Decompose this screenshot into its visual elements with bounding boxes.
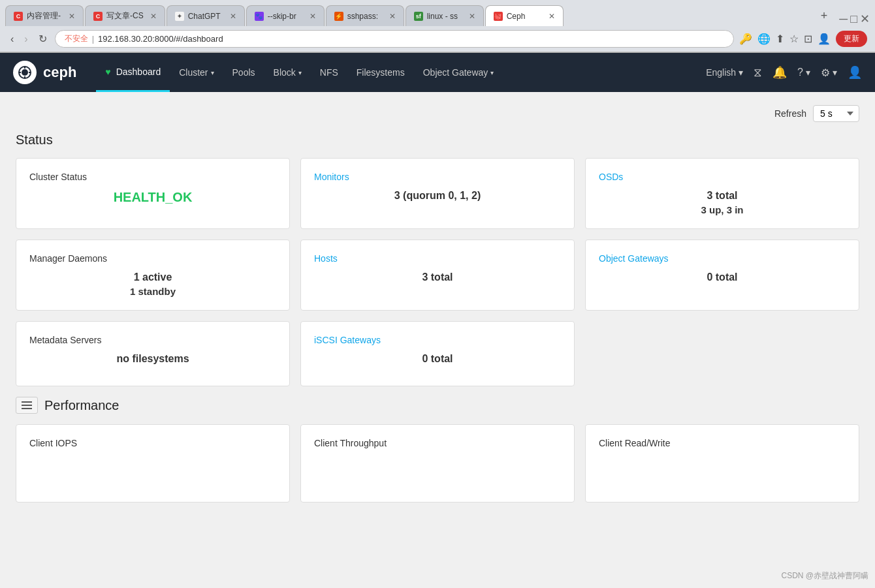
url-warning: 不安全 <box>65 33 88 44</box>
performance-section-title: Performance <box>44 398 119 413</box>
help-menu[interactable]: ? ▾ <box>797 67 810 78</box>
status-card-1: Monitors3 (quorum 0, 1, 2) <box>300 158 575 229</box>
nav-item-label: NFS <box>320 67 338 78</box>
perf-card-title: Client Throughput <box>314 438 561 448</box>
tab-close-button[interactable]: ✕ <box>549 12 555 21</box>
timer-icon[interactable]: ⧖ <box>754 66 762 80</box>
share-icon[interactable]: ⬆ <box>776 33 784 45</box>
watermark: CSDN @赤壁战神曹阿瞒 <box>781 570 868 581</box>
split-view-icon[interactable]: ⊡ <box>804 33 812 45</box>
tab-2[interactable]: C写文章-CS✕ <box>85 5 165 26</box>
nav-caret-icon: ▾ <box>211 69 214 76</box>
settings-caret: ▾ <box>833 67 837 78</box>
tab-close-button[interactable]: ✕ <box>469 12 475 21</box>
reload-button[interactable]: ↻ <box>36 31 50 46</box>
performance-header: Performance <box>16 397 859 414</box>
nav-item-nfs[interactable]: NFS <box>311 53 347 92</box>
nav-item-filesystems[interactable]: Filesystems <box>347 53 414 92</box>
browser-chrome: C内容管理-✕C写文章-CS✕✦ChatGPT✕🐾--skip-br✕⚡sshp… <box>0 0 875 53</box>
back-button[interactable]: ‹ <box>8 32 16 46</box>
perf-card-1: Client Throughput <box>300 424 575 503</box>
tab-favicon: 🐾 <box>255 12 264 21</box>
help-caret: ▾ <box>806 67 810 78</box>
nav-item-label: Filesystems <box>357 67 405 78</box>
tab-5[interactable]: ⚡sshpass:✕ <box>326 5 404 26</box>
nav-item-label: Object Gateway <box>423 67 488 78</box>
tab-7[interactable]: 🐙Ceph✕ <box>485 5 564 26</box>
nav-item-label: Cluster <box>179 67 208 78</box>
top-nav: ceph ♥DashboardCluster▾PoolsBlock▾NFSFil… <box>0 53 875 92</box>
star-icon[interactable]: ☆ <box>789 33 799 45</box>
translate-icon[interactable]: 🌐 <box>757 33 771 45</box>
perf-card-title: Client IOPS <box>29 438 276 448</box>
tab-1[interactable]: C内容管理-✕ <box>5 5 84 26</box>
card-value: 0 total <box>314 353 561 365</box>
nav-dashboard-icon: ♥ <box>105 67 110 77</box>
hamburger-line-3 <box>22 408 32 409</box>
tab-favicon: C <box>93 12 103 21</box>
status-card-3: Manager Daemons1 active1 standby <box>16 240 290 311</box>
nav-item-dashboard[interactable]: ♥Dashboard <box>96 53 170 92</box>
card-title[interactable]: iSCSI Gateways <box>314 335 561 345</box>
card-title: Manager Daemons <box>29 253 276 264</box>
url-bar[interactable]: 不安全 | 192.168.30.20:8000/#/dashboard <box>55 30 734 48</box>
update-button[interactable]: 更新 <box>836 31 867 47</box>
user-menu[interactable]: 👤 <box>848 65 862 80</box>
card-title: Metadata Servers <box>29 335 276 345</box>
perf-card-title: Client Read/Write <box>599 438 846 448</box>
performance-cards-grid: Client IOPSClient ThroughputClient Read/… <box>16 424 859 503</box>
nav-caret-icon: ▾ <box>298 69 302 76</box>
svg-point-1 <box>22 69 28 76</box>
key-icon[interactable]: 🔑 <box>739 33 752 45</box>
tab-close-button[interactable]: ✕ <box>150 12 157 21</box>
status-card-4: Hosts3 total <box>300 240 575 311</box>
nav-item-cluster[interactable]: Cluster▾ <box>170 53 223 92</box>
card-value: 0 total <box>599 271 846 283</box>
tab-close-button[interactable]: ✕ <box>230 12 236 21</box>
performance-section: Performance Client IOPSClient Throughput… <box>16 397 859 503</box>
language-selector[interactable]: English ▾ <box>706 67 743 78</box>
status-card-0: Cluster StatusHEALTH_OK <box>16 158 290 229</box>
bell-icon[interactable]: 🔔 <box>772 65 787 80</box>
nav-item-block[interactable]: Block▾ <box>264 53 311 92</box>
tab-4[interactable]: 🐾--skip-br✕ <box>246 5 325 26</box>
new-tab-button[interactable]: + <box>816 9 833 23</box>
settings-menu[interactable]: ⚙ ▾ <box>821 67 837 79</box>
tab-3[interactable]: ✦ChatGPT✕ <box>167 5 245 26</box>
browser-actions: 🔑 🌐 ⬆ ☆ ⊡ 👤 更新 <box>739 31 867 47</box>
refresh-select[interactable]: 5 s10 s30 s1 minOff <box>813 105 859 122</box>
hamburger-line-1 <box>22 401 32 403</box>
tab-title: --skip-br <box>268 12 303 21</box>
logo-icon <box>13 61 37 84</box>
main-content: Refresh 5 s10 s30 s1 minOff Status Clust… <box>0 92 875 516</box>
card-title[interactable]: Monitors <box>314 172 561 182</box>
logo: ceph <box>13 61 76 84</box>
card-value: 3 total <box>599 190 846 202</box>
tab-close-button[interactable]: ✕ <box>389 12 396 21</box>
tab-close-button[interactable]: ✕ <box>69 12 75 21</box>
status-card-5: Object Gateways0 total <box>585 240 859 311</box>
tab-title: 内容管理- <box>27 10 62 22</box>
tab-6[interactable]: sflinux - ss✕ <box>406 5 484 26</box>
nav-item-label: Block <box>274 67 296 78</box>
perf-card-2: Client Read/Write <box>585 424 859 503</box>
nav-item-object-gateway[interactable]: Object Gateway▾ <box>414 53 503 92</box>
card-title[interactable]: OSDs <box>599 172 846 182</box>
status-cards-grid: Cluster StatusHEALTH_OKMonitors3 (quorum… <box>16 158 859 386</box>
tab-favicon: ⚡ <box>334 12 343 21</box>
logo-text: ceph <box>43 64 76 81</box>
hamburger-line-2 <box>22 405 32 406</box>
profile-icon[interactable]: 👤 <box>818 33 831 45</box>
card-value: no filesystems <box>29 353 276 365</box>
toolbar: Refresh 5 s10 s30 s1 minOff <box>16 105 859 122</box>
status-card-7: iSCSI Gateways0 total <box>300 321 575 386</box>
card-title[interactable]: Object Gateways <box>599 253 846 264</box>
sidebar-toggle-button[interactable] <box>16 397 38 414</box>
tab-close-button[interactable]: ✕ <box>310 12 316 21</box>
forward-button[interactable]: › <box>22 32 30 46</box>
card-value: HEALTH_OK <box>29 190 276 205</box>
card-title[interactable]: Hosts <box>314 253 561 264</box>
tab-title: sshpass: <box>347 12 383 21</box>
nav-item-label: Dashboard <box>116 67 161 77</box>
nav-item-pools[interactable]: Pools <box>223 53 264 92</box>
